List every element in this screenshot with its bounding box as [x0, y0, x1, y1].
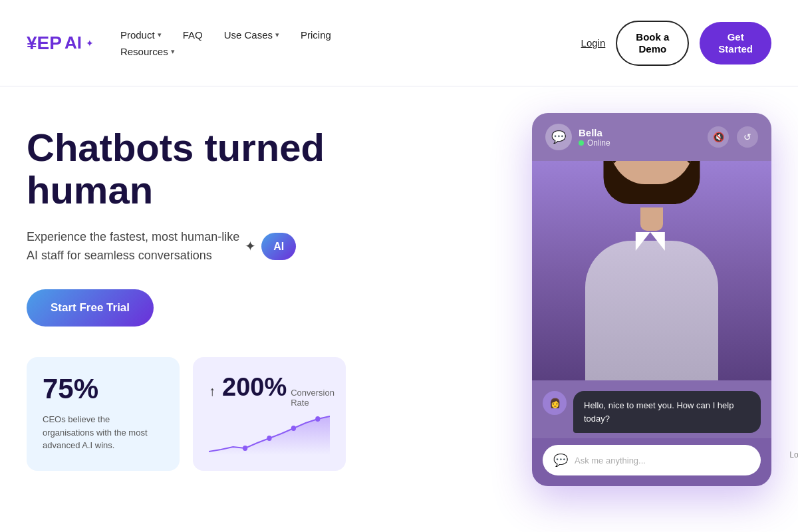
nav-product[interactable]: Product ▾	[120, 29, 162, 41]
chatbot-header: 💬 Bella Online 🔇 ↺	[532, 113, 771, 161]
mini-chart	[209, 415, 330, 455]
refresh-button[interactable]: ↺	[737, 126, 758, 148]
start-free-trial-button[interactable]: Start Free Trial	[27, 289, 154, 327]
chatbot-name: Bella	[579, 127, 610, 138]
status-dot-icon	[579, 140, 584, 146]
avatar-hair-right	[686, 161, 695, 164]
svg-point-0	[243, 446, 247, 451]
chat-input-row[interactable]: 💬 Ask me anything...	[543, 445, 761, 475]
chatbot-avatar-wrap: 💬 Bella Online	[545, 124, 610, 150]
hero-content: Chatbots turned human Experience the fas…	[27, 113, 346, 471]
chat-input-icon: 💬	[553, 453, 568, 467]
chevron-down-icon: ▾	[171, 47, 175, 56]
hero-section: Chatbots turned human Experience the fas…	[0, 86, 798, 532]
nav-row-2: Resources ▾	[120, 46, 331, 57]
nav-links: Product ▾ FAQ Use Cases ▾ Pricing Resour…	[120, 29, 331, 57]
hero-title: Chatbots turned human	[27, 126, 346, 211]
get-started-button[interactable]: GetStarted	[700, 22, 771, 65]
logo-ai: AI	[65, 33, 82, 53]
nav-resources[interactable]: Resources ▾	[120, 46, 175, 57]
book-demo-button[interactable]: Book aDemo	[616, 21, 689, 66]
sparkle-icon: ✦	[245, 235, 256, 257]
avatar-body	[585, 241, 718, 380]
svg-point-1	[267, 436, 271, 441]
nav-actions: Login Book aDemo GetStarted	[581, 21, 771, 66]
chatbot-controls: 🔇 ↺	[708, 126, 758, 148]
logo[interactable]: ¥EP AI ✦	[27, 33, 94, 54]
chevron-down-icon: ▾	[158, 31, 162, 39]
chat-message: 👩 Hello, nice to meet you. How can I hel…	[543, 391, 761, 433]
chatbot-avatar-image	[532, 161, 771, 380]
navbar: ¥EP AI ✦ Product ▾ FAQ Use Cases ▾ Prici…	[0, 0, 798, 86]
chatbot-status: Online	[579, 138, 610, 148]
arrow-up-icon: ↑	[209, 384, 215, 399]
svg-point-2	[291, 426, 296, 431]
stat-card-2: ↑ 200% Conversion Rate	[193, 357, 346, 471]
chat-bubble: Hello, nice to meet you. How can I help …	[573, 391, 761, 433]
loading-text: Loading...	[789, 450, 798, 460]
stat-card-1: 75% CEOs believe the organisations with …	[27, 357, 180, 471]
chevron-down-icon: ▾	[275, 31, 279, 39]
ai-badge: AI	[261, 233, 296, 261]
message-avatar: 👩	[543, 391, 567, 415]
avatar-neck	[640, 207, 663, 231]
login-link[interactable]: Login	[581, 37, 606, 49]
loading-indicator: Loading...	[789, 428, 798, 460]
mute-button[interactable]: 🔇	[708, 126, 729, 148]
hero-subtitle: Experience the fastest, most human-likeA…	[27, 227, 346, 266]
nav-row-1: Product ▾ FAQ Use Cases ▾ Pricing	[120, 29, 331, 41]
nav-use-cases[interactable]: Use Cases ▾	[224, 29, 279, 41]
nav-faq[interactable]: FAQ	[183, 29, 203, 41]
chat-message-area: 👩 Hello, nice to meet you. How can I hel…	[532, 380, 771, 438]
stat-number-2: 200%	[222, 373, 287, 402]
avatar-collar	[636, 232, 665, 251]
chat-input-placeholder: Ask me anything...	[575, 456, 750, 466]
stat-number-1: 75%	[43, 373, 164, 405]
logo-star-icon: ✦	[86, 38, 94, 49]
nav-pricing[interactable]: Pricing	[301, 29, 331, 41]
logo-icon: ¥EP	[27, 33, 62, 54]
stat-label-2: Conversion Rate	[291, 388, 334, 408]
chatbot-panel: 💬 Bella Online 🔇 ↺	[532, 113, 771, 486]
avatar-hair-left	[608, 161, 617, 164]
chat-icon: 💬	[545, 124, 572, 150]
stats-row: 75% CEOs believe the organisations with …	[27, 357, 346, 471]
svg-point-3	[315, 416, 320, 422]
stat-desc-1: CEOs believe the organisations with the …	[43, 413, 164, 452]
chatbot-card: 💬 Bella Online 🔇 ↺	[532, 113, 771, 486]
